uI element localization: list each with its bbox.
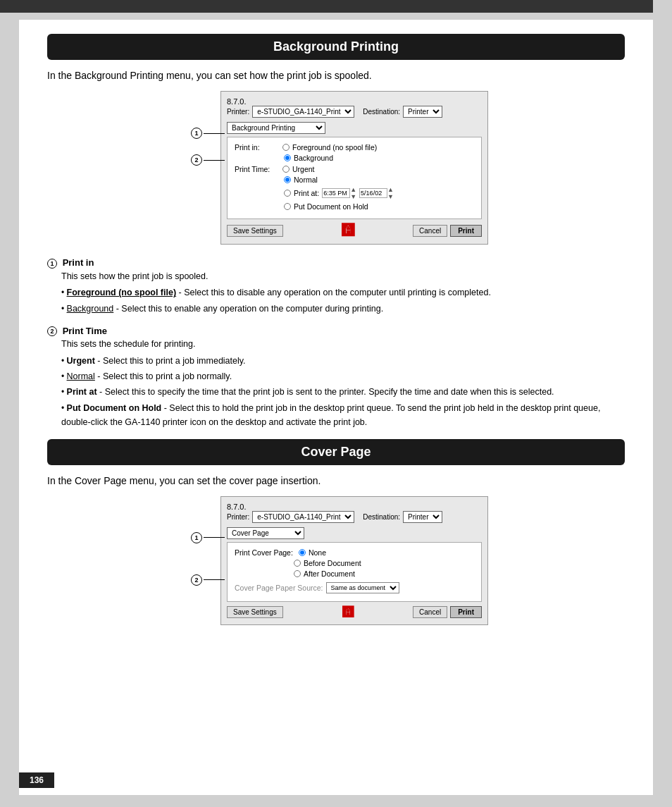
- print-cover-label: Print Cover Page:: [235, 548, 293, 557]
- page-content: Background Printing In the Background Pr…: [19, 20, 653, 795]
- bullet2-hold: Put Document on Hold - Select this to ho…: [61, 401, 625, 429]
- destination-select[interactable]: Printer: [403, 106, 442, 118]
- desc2-body: This sets the schedule for printing.: [61, 338, 625, 351]
- printer-label: Printer:: [227, 108, 249, 116]
- cover-callout1: 1: [191, 532, 202, 543]
- print-button[interactable]: Print: [450, 225, 482, 237]
- desc1-body: This sets how the print job is spooled.: [61, 270, 625, 283]
- dialog1-version: 8.7.0.: [227, 97, 247, 106]
- adobe-icon: 🅰: [342, 223, 354, 238]
- cover-printer-select[interactable]: e-STUDIO_GA-1140_Print: [252, 511, 354, 523]
- radio-urgent-label: Urgent: [292, 165, 315, 173]
- dialog1-body: Print in: Foreground (no spool file) Bac…: [227, 137, 482, 219]
- cover-source-select[interactable]: Same as document: [326, 582, 399, 593]
- radio-hold[interactable]: [284, 203, 291, 210]
- cover-source-row: Cover Page Paper Source: Same as documen…: [235, 582, 474, 593]
- callout1-num: 1: [191, 128, 202, 139]
- radio-foreground-label: Foreground (no spool file): [292, 143, 377, 152]
- radio-print-at[interactable]: [284, 190, 291, 197]
- cover-menu-select[interactable]: Cover Page: [227, 527, 304, 539]
- radio-background-label: Background: [294, 154, 333, 162]
- section2-header: Cover Page: [47, 439, 625, 465]
- print-in-bg-row: Background: [235, 154, 474, 162]
- desc2-heading: 2 Print Time: [47, 326, 625, 337]
- cover-print-button[interactable]: Print: [450, 606, 482, 618]
- desc2-bullets: Urgent - Select this to print a job imme…: [61, 354, 625, 429]
- cover-dest-label: Destination:: [363, 513, 400, 521]
- cover-print-row: Print Cover Page: None: [235, 548, 474, 557]
- radio-after-label: After Document: [304, 569, 355, 578]
- cover-source-label: Cover Page Paper Source:: [235, 584, 323, 592]
- cover-printer-label: Printer:: [227, 513, 249, 521]
- bullet2-urgent: Urgent - Select this to print a job imme…: [61, 354, 625, 368]
- bullet2-normal: Normal - Select this to print a job norm…: [61, 369, 625, 383]
- radio-after-doc[interactable]: [294, 570, 301, 577]
- radio-urgent[interactable]: [282, 166, 290, 173]
- printer-select[interactable]: e-STUDIO_GA-1140_Print: [252, 106, 354, 118]
- dialog1-menu-row: Background Printing: [227, 122, 482, 134]
- desc1-bullets: Foreground (no spool file) - Select this…: [61, 285, 625, 315]
- cover-menu-row: Cover Page: [227, 527, 482, 539]
- radio-none-label: None: [309, 548, 326, 557]
- print-time-hold-row: Put Document on Hold: [235, 202, 474, 211]
- radio-foreground[interactable]: [282, 144, 290, 151]
- radio-background[interactable]: [284, 154, 291, 161]
- radio-print-at-label: Print at:: [294, 189, 319, 197]
- dialog1-header: Printer: e-STUDIO_GA-1140_Print Destinat…: [227, 106, 482, 118]
- section2-intro: In the Cover Page menu, you can set the …: [47, 475, 625, 486]
- radio-before-doc[interactable]: [294, 560, 301, 567]
- cancel-button[interactable]: Cancel: [413, 225, 447, 237]
- print-time-label: Print Time:: [235, 165, 277, 173]
- section2-dialog: 8.7.0. Printer: e-STUDIO_GA-1140_Print D…: [220, 496, 488, 625]
- desc1-section: 1 Print in This sets how the print job i…: [47, 257, 625, 316]
- cover-before-row: Before Document: [235, 559, 474, 567]
- desc2-num: 2: [47, 326, 57, 336]
- cover-adobe-icon: 🅰: [342, 606, 354, 619]
- dialog1-footer: Save Settings 🅰 Cancel Print: [227, 223, 482, 238]
- section2-dialog-area: 1 2 8.7.0. Printer: e-STUDIO_GA-1140_Pri…: [47, 496, 625, 625]
- radio-hold-label: Put Document on Hold: [294, 202, 368, 211]
- cover-after-row: After Document: [235, 569, 474, 578]
- radio-normal-label: Normal: [294, 175, 318, 184]
- desc2-section: 2 Print Time This sets the schedule for …: [47, 326, 625, 429]
- print-time-at-row: Print at: ▲▼ ▲▼: [235, 186, 474, 200]
- print-in-row: Print in: Foreground (no spool file): [235, 143, 474, 152]
- bullet2-print-at: Print at - Select this to specify the ti…: [61, 385, 625, 399]
- desc1-num: 1: [47, 259, 57, 269]
- cover-dest-select[interactable]: Printer: [403, 511, 442, 523]
- radio-normal[interactable]: [284, 176, 291, 183]
- section2-title: Cover Page: [301, 445, 371, 459]
- section1-dialog: 8.7.0. Printer: e-STUDIO_GA-1140_Print D…: [220, 91, 488, 245]
- date-input[interactable]: [359, 188, 387, 198]
- section1-title: Background Printing: [273, 39, 399, 54]
- bullet1-foreground: Foreground (no spool file) - Select this…: [61, 285, 625, 300]
- page-number: 136: [19, 772, 54, 788]
- desc1-title: Print in: [63, 257, 94, 268]
- bullet1-background: Background - Select this to enable any o…: [61, 302, 625, 316]
- cover-callout2: 2: [191, 574, 202, 586]
- cover-cancel-button[interactable]: Cancel: [413, 606, 447, 618]
- destination-label: Destination:: [363, 108, 400, 116]
- radio-none[interactable]: [299, 549, 306, 556]
- time-up-arrow[interactable]: ▲▼: [350, 186, 356, 200]
- dialog2-version: 8.7.0.: [227, 503, 247, 511]
- save-settings-button[interactable]: Save Settings: [227, 225, 283, 237]
- section1-dialog-area: 1 2 8.7.0. Printer: e-STUDIO_GA-1140_Pri…: [47, 91, 625, 245]
- print-time-normal-row: Normal: [235, 175, 474, 184]
- dialog2-footer: Save Settings 🅰 Cancel Print: [227, 606, 482, 619]
- cover-dialog-body: Print Cover Page: None Before Document A…: [227, 542, 482, 602]
- cover-save-button[interactable]: Save Settings: [227, 606, 283, 618]
- desc1-heading: 1 Print in: [47, 257, 625, 269]
- print-time-row: Print Time: Urgent: [235, 165, 474, 173]
- top-bar: [0, 0, 653, 13]
- dialog2-header: Printer: e-STUDIO_GA-1140_Print Destinat…: [227, 511, 482, 523]
- desc2-title: Print Time: [63, 326, 107, 336]
- callout2-num: 2: [191, 154, 202, 166]
- menu-select[interactable]: Background Printing: [227, 122, 325, 134]
- radio-before-label: Before Document: [304, 559, 361, 567]
- section1-intro: In the Background Printing menu, you can…: [47, 70, 625, 81]
- time-input[interactable]: [322, 188, 350, 198]
- date-arrow[interactable]: ▲▼: [387, 186, 394, 200]
- section1-header: Background Printing: [47, 34, 625, 60]
- print-in-label: Print in:: [235, 143, 277, 152]
